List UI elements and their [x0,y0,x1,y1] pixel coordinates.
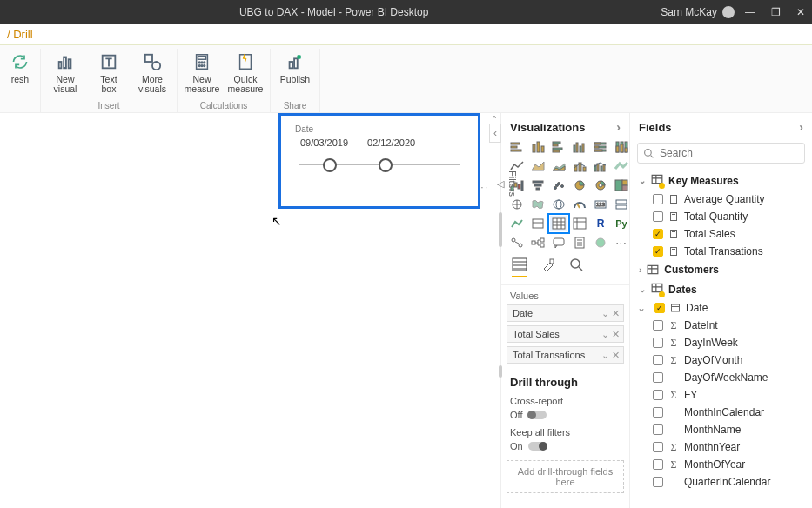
slicer-thumb-start[interactable] [323,158,337,172]
keep-filters-toggle[interactable] [528,442,547,451]
drill-through-dropzone[interactable]: Add drill-through fields here [507,460,624,493]
viz-decomp-tree[interactable] [529,235,547,251]
canvas-vscroll[interactable] [499,191,502,418]
publish-button[interactable]: Publish [276,49,314,84]
pane-collapse-chevron[interactable]: ‹ [489,124,501,143]
field-checkbox[interactable] [653,477,663,487]
slicer-track[interactable] [299,157,460,174]
viz-stacked-area[interactable] [550,158,567,174]
field-item[interactable]: QuarterInCalendar [634,473,809,491]
restore-button[interactable]: ❐ [771,6,781,18]
field-item[interactable]: Total Quantity [634,208,809,225]
field-group[interactable]: ⌄Key Measures [634,170,809,190]
viz-donut[interactable] [592,177,609,193]
viz-r[interactable]: R [592,216,609,231]
viz-python[interactable]: Py [613,216,630,231]
fields-search[interactable] [637,143,805,164]
field-item[interactable]: Σ DateInt [634,317,809,334]
viz-kpi[interactable] [508,216,526,231]
viz-matrix[interactable] [571,216,588,231]
field-item[interactable]: Σ DayInWeek [634,334,809,351]
chevron-down-icon[interactable]: ⌄ [637,302,646,314]
text-box-button[interactable]: Text box [90,49,128,94]
chevron-down-icon[interactable]: ⌄ [601,329,609,340]
format-tab-icon[interactable] [541,257,555,277]
field-item[interactable]: Σ DayOfMonth [634,351,809,369]
viz-map[interactable] [508,197,526,212]
viz-arcgis[interactable] [592,235,609,251]
viz-gauge[interactable] [571,197,588,212]
field-well[interactable]: Total Transations⌄✕ [507,346,624,364]
viz-more-icon[interactable]: ··· [613,235,630,251]
field-item[interactable]: ⌄ Date [634,299,809,317]
fields-pane-collapse-icon[interactable]: › [799,120,803,134]
slicer-to-date[interactable]: 02/12/2020 [367,137,415,148]
viz-clustered-column[interactable] [571,139,588,155]
slicer-thumb-end[interactable] [379,158,393,172]
field-checkbox[interactable] [653,194,663,204]
remove-field-icon[interactable]: ✕ [612,308,620,319]
field-well[interactable]: Total Sales⌄✕ [507,325,624,343]
field-item[interactable]: Average Quantity [634,190,809,208]
viz-pie[interactable] [571,177,588,193]
viz-line[interactable] [508,158,526,174]
field-checkbox[interactable] [654,303,665,313]
cross-report-toggle[interactable] [527,411,547,419]
viz-shape-map[interactable] [550,197,567,212]
viz-treemap[interactable] [613,177,630,193]
close-button[interactable]: ✕ [796,6,805,18]
field-checkbox[interactable] [653,424,663,435]
field-item[interactable]: Σ MonthnYear [634,438,809,456]
field-checkbox[interactable] [653,211,663,222]
viz-stacked-column[interactable] [529,139,547,155]
viz-line-column[interactable] [571,158,588,174]
field-item[interactable]: Total Transations [634,243,809,260]
viz-ribbon[interactable] [613,158,630,174]
viz-stacked-bar[interactable] [508,139,526,155]
date-slicer-visual[interactable]: Date 09/03/2019 02/12/2020 [278,113,480,209]
viz-line-clustered[interactable] [592,158,609,174]
fields-search-input[interactable] [660,147,799,159]
new-visual-button[interactable]: New visual [46,49,84,94]
field-checkbox[interactable] [653,442,663,452]
analytics-tab-icon[interactable] [569,257,583,277]
viz-100-column[interactable] [613,139,630,155]
field-item[interactable]: Σ MonthOfYear [634,456,809,473]
viz-qna[interactable] [550,235,567,251]
field-group[interactable]: ⌄Dates [634,279,809,299]
field-item[interactable]: MonthName [634,421,809,438]
viz-key-influencers[interactable] [508,235,526,251]
field-checkbox[interactable] [653,407,663,418]
field-item[interactable]: Σ FY [634,386,809,404]
refresh-button[interactable]: resh [5,49,35,84]
fields-tab-icon[interactable] [512,257,527,277]
viz-pane-collapse-icon[interactable]: › [616,120,621,134]
viz-filled-map[interactable] [529,197,547,212]
report-canvas[interactable]: ˄ ··· Date 09/03/2019 02/12/2020 ↖ ‹ ◁ F… [0,113,500,508]
minimize-button[interactable]: — [745,6,755,18]
field-checkbox[interactable] [653,355,663,365]
viz-card[interactable]: 123 [592,197,609,212]
field-checkbox[interactable] [653,320,663,331]
field-checkbox[interactable] [653,229,663,239]
viz-scatter[interactable] [550,177,567,193]
viz-100-bar[interactable] [592,139,609,155]
field-checkbox[interactable] [653,390,663,400]
field-item[interactable]: Total Sales [634,225,809,243]
chevron-down-icon[interactable]: ⌄ [601,350,609,361]
field-checkbox[interactable] [653,246,663,257]
chevron-down-icon[interactable]: ⌄ [601,308,609,319]
viz-table[interactable] [550,216,567,231]
viz-area[interactable] [529,158,547,174]
field-well[interactable]: Date⌄✕ [507,304,624,322]
viz-clustered-bar[interactable] [550,139,567,155]
quick-measure-button[interactable]: Quick measure [226,49,265,94]
viz-multirow-card[interactable] [613,197,630,212]
viz-slicer[interactable] [529,216,547,231]
viz-funnel[interactable] [529,177,547,193]
remove-field-icon[interactable]: ✕ [612,350,620,361]
more-visuals-button[interactable]: More visuals [133,49,171,94]
field-item[interactable]: MonthInCalendar [634,404,809,421]
field-group[interactable]: ›Customers [634,260,809,279]
slicer-from-date[interactable]: 09/03/2019 [300,137,348,148]
